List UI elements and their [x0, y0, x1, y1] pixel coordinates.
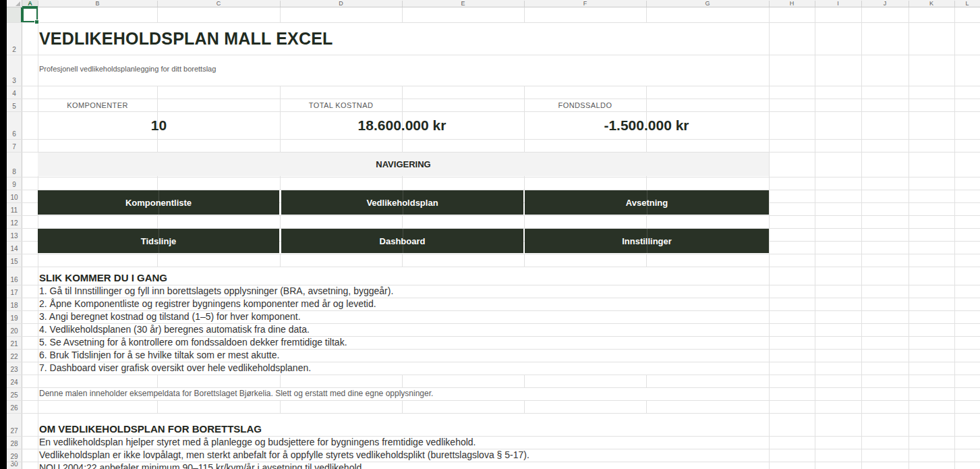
- row-header-30[interactable]: 30: [7, 462, 22, 469]
- fill-handle[interactable]: [34, 20, 39, 24]
- row-header-25[interactable]: 25: [7, 387, 22, 400]
- section-heading-about: OM VEDLIKEHOLDSPLAN FOR BORETTSLAG: [39, 413, 262, 436]
- gridline-vertical: [524, 7, 525, 22]
- row-header-28[interactable]: 28: [7, 436, 22, 449]
- nav-button-innstillinger[interactable]: Innstillinger: [525, 229, 769, 253]
- row-header-17[interactable]: 17: [7, 285, 22, 298]
- gridline-vertical: [524, 400, 525, 413]
- row-header-3[interactable]: 3: [7, 55, 22, 86]
- nav-button-tidslinje[interactable]: Tidslinje: [38, 229, 279, 253]
- row-header-23[interactable]: 23: [7, 362, 22, 375]
- row-header-2[interactable]: 2: [7, 22, 22, 55]
- row-header-8[interactable]: 8: [7, 152, 22, 177]
- gridline-vertical: [402, 400, 403, 413]
- column-header-j[interactable]: J: [861, 0, 909, 7]
- kpi-value-total-kostnad: 18.600.000 kr: [280, 111, 524, 139]
- row-header-11[interactable]: 11: [7, 202, 22, 215]
- nav-button-avsetning[interactable]: Avsetning: [525, 190, 769, 215]
- gridline-horizontal: [7, 375, 980, 375]
- kpi-label-total-kostnad: TOTAL KOSTNAD: [280, 99, 402, 111]
- gridline-vertical: [402, 7, 403, 22]
- gridline-vertical: [157, 7, 158, 22]
- gridline-vertical: [280, 7, 281, 22]
- excel-sheet: BCDEFGHIJKL12345678910111213141516171819…: [0, 0, 980, 469]
- kpi-value-komponenter: 10: [38, 111, 280, 139]
- kpi-value-fondssaldo: -1.500.000 kr: [524, 111, 769, 139]
- step-5: 5. Se Avsetning for å kontrollere om fon…: [39, 336, 347, 349]
- row-header-10[interactable]: 10: [7, 190, 22, 202]
- column-header-l[interactable]: L: [954, 0, 980, 7]
- row-header-12[interactable]: 12: [7, 215, 22, 228]
- column-header-i[interactable]: I: [815, 0, 861, 7]
- gridline-horizontal: [7, 177, 980, 177]
- nav-button-dashboard[interactable]: Dashboard: [281, 229, 523, 253]
- gridline-vertical: [280, 254, 281, 267]
- gridline-vertical: [909, 7, 909, 469]
- step-4: 4. Vedlikeholdsplanen (30 år) beregnes a…: [39, 323, 310, 336]
- column-header-f[interactable]: F: [524, 0, 646, 7]
- gridline-horizontal: [7, 254, 980, 254]
- gridline-horizontal: [7, 86, 980, 86]
- column-header-g[interactable]: G: [646, 0, 769, 7]
- about-line-1: En vedlikeholdsplan hjelper styret med å…: [39, 436, 476, 449]
- example-data-note: Denne malen inneholder eksempeldata for …: [39, 387, 433, 400]
- row-header-14[interactable]: 14: [7, 241, 22, 254]
- column-header-a-label[interactable]: A: [22, 0, 38, 7]
- nav-button-komponentliste[interactable]: Komponentliste: [38, 190, 279, 215]
- row-header-7[interactable]: 7: [7, 139, 22, 152]
- gridline-vertical: [524, 254, 525, 267]
- gridline-vertical: [402, 375, 403, 387]
- button-column-divider: [647, 229, 647, 253]
- column-header-k[interactable]: K: [909, 0, 954, 7]
- row-header-16[interactable]: 16: [7, 267, 22, 285]
- row-header-9[interactable]: 9: [7, 177, 22, 190]
- gridline-vertical: [157, 375, 158, 387]
- row-header-13[interactable]: 13: [7, 228, 22, 241]
- row-header-18[interactable]: 18: [7, 298, 22, 310]
- gridline-vertical: [646, 215, 647, 228]
- gridline-vertical: [646, 254, 647, 267]
- step-3: 3. Angi beregnet kostnad og tilstand (1–…: [39, 310, 301, 323]
- row-header-26[interactable]: 26: [7, 400, 22, 413]
- step-1: 1. Gå til Innstillinger og fyll inn bore…: [39, 285, 393, 298]
- about-line-3: NOU 2004:22 anbefaler minimum 90–115 kr/…: [39, 462, 364, 469]
- column-header-h[interactable]: H: [769, 0, 815, 7]
- row-header-6[interactable]: 6: [7, 111, 22, 139]
- gridline-vertical: [524, 215, 525, 228]
- row-header-5[interactable]: 5: [7, 99, 22, 111]
- button-column-divider: [647, 190, 647, 215]
- gridline-vertical: [954, 7, 955, 469]
- nav-button-vedlikeholdsplan[interactable]: Vedlikeholdsplan: [281, 190, 523, 215]
- left-black-strip: [0, 0, 7, 469]
- column-header-c[interactable]: C: [157, 0, 280, 7]
- gridline-vertical: [280, 375, 281, 387]
- page-subtitle: Profesjonell vedlikeholdsplanlegging for…: [39, 55, 216, 83]
- step-6: 6. Bruk Tidslinjen for å se hvilke tilta…: [39, 349, 279, 362]
- gridline-horizontal: [7, 400, 980, 401]
- row-header-20[interactable]: 20: [7, 323, 22, 336]
- gridline-horizontal: [7, 215, 980, 216]
- gridline-vertical: [157, 254, 158, 267]
- button-column-divider: [403, 229, 403, 253]
- row-header-1-selected[interactable]: [7, 7, 22, 22]
- gridline-horizontal: [7, 139, 980, 140]
- row-header-27[interactable]: 27: [7, 413, 22, 436]
- row-header-4[interactable]: 4: [7, 86, 22, 99]
- column-header-e[interactable]: E: [402, 0, 524, 7]
- row-header-24[interactable]: 24: [7, 375, 22, 387]
- row-header-15[interactable]: 15: [7, 254, 22, 267]
- column-header-d[interactable]: D: [280, 0, 402, 7]
- step-2: 2. Åpne Komponentliste og registrer bygn…: [39, 298, 376, 310]
- button-column-divider: [403, 190, 403, 215]
- row-header-22[interactable]: 22: [7, 349, 22, 362]
- page-title: VEDLIKEHOLDSPLAN MALL EXCEL: [39, 22, 333, 55]
- row-header-21[interactable]: 21: [7, 336, 22, 349]
- gridline-vertical: [646, 375, 647, 387]
- column-header-b[interactable]: B: [38, 0, 157, 7]
- row-header-19[interactable]: 19: [7, 310, 22, 323]
- button-column-divider: [158, 190, 159, 215]
- gridline-vertical: [402, 215, 403, 228]
- gridline-vertical: [646, 7, 647, 22]
- gridline-vertical: [646, 400, 647, 413]
- section-heading-getting-started: SLIK KOMMER DU I GANG: [39, 267, 167, 285]
